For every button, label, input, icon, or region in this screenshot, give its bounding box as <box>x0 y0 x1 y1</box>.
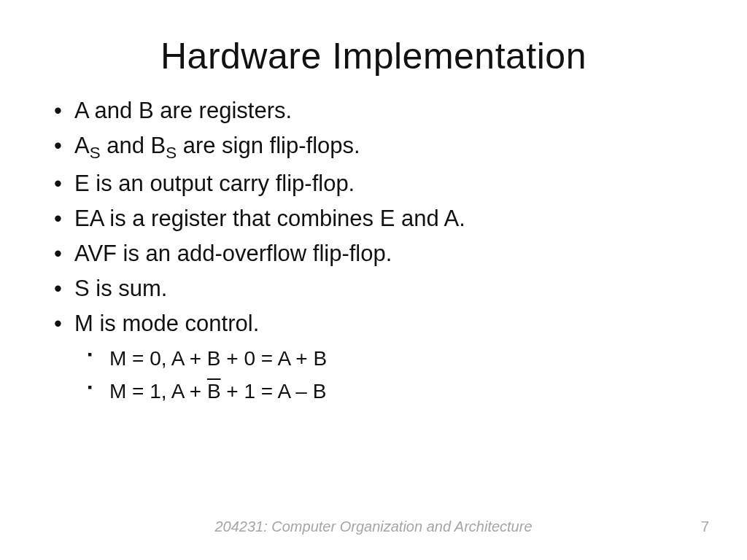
footer-text: 204231: Computer Organization and Archit… <box>0 518 747 535</box>
list-item: AVF is an add-overflow flip-flop. <box>74 236 700 271</box>
list-item: E is an output carry flip-flop. <box>74 166 700 201</box>
text: M = 1, A + <box>109 380 207 402</box>
list-item: M is mode control. M = 0, A + B + 0 = A … <box>74 306 700 408</box>
bullet-list: A and B are registers. AS and BS are sig… <box>47 93 700 408</box>
list-item: M = 1, A + B + 1 = A – B <box>109 376 700 408</box>
subscript: S <box>90 144 101 162</box>
slide: Hardware Implementation A and B are regi… <box>0 0 747 560</box>
text: + 1 = A – B <box>221 380 327 402</box>
text: A <box>74 133 90 158</box>
sub-list: M = 0, A + B + 0 = A + B M = 1, A + B + … <box>74 343 700 408</box>
list-item: EA is a register that combines E and A. <box>74 201 700 236</box>
list-item: M = 0, A + B + 0 = A + B <box>109 343 700 376</box>
text: and B <box>101 133 166 158</box>
page-number: 7 <box>701 518 709 535</box>
subscript: S <box>166 144 177 162</box>
text: are sign flip-flops. <box>177 133 360 158</box>
list-item: AS and BS are sign flip-flops. <box>74 128 700 166</box>
slide-title: Hardware Implementation <box>47 35 700 77</box>
text: M is mode control. <box>74 311 259 336</box>
list-item: A and B are registers. <box>74 93 700 128</box>
complement: B <box>207 380 221 402</box>
list-item: S is sum. <box>74 271 700 306</box>
